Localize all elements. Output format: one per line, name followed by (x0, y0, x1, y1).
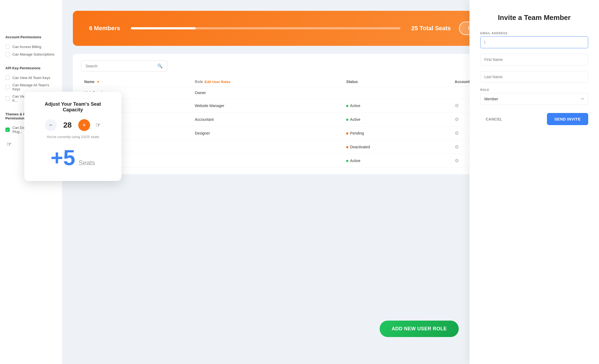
search-input[interactable] (86, 64, 155, 68)
banner-left: 6 Members 25 Total Seats (89, 25, 451, 32)
seat-count: 28 (62, 121, 73, 129)
email-input[interactable] (480, 36, 588, 48)
seat-popup: Adjust Your Team's Seat Capacity − 28 + … (24, 92, 121, 181)
search-bar: 🔍 (81, 60, 167, 71)
billing-checkbox[interactable] (5, 44, 10, 49)
add-number: 5 (63, 146, 75, 170)
gear-icon[interactable]: ⚙ (455, 131, 459, 136)
sidebar: Account Permissions Can Access Billing C… (0, 0, 62, 364)
view-team-keys-label: Can View All Team Keys (12, 76, 50, 80)
seat-info: You're currently using 23/25 seats (35, 135, 111, 139)
last-name-field-group (480, 71, 588, 83)
progress-fill (131, 27, 196, 29)
members-label: 6 Members (89, 25, 120, 32)
col-name: Name ▼ (81, 77, 192, 87)
last-name-input[interactable] (480, 71, 588, 83)
api-permissions-title: API Key Permissions (5, 66, 57, 70)
cell-role: Website Manager (192, 99, 343, 113)
subscriptions-checkbox[interactable] (5, 52, 10, 56)
first-name-field-group (480, 54, 588, 66)
invite-panel: Invite a Team Member EMAIL ADDRESS ROLE … (469, 0, 599, 364)
view-owner-key-checkbox[interactable] (5, 96, 10, 101)
increase-seat-button[interactable]: + (78, 119, 90, 131)
col-role: Role Edit User Roles (192, 77, 343, 87)
hand-cursor-icon: ☞ (6, 141, 12, 147)
decrease-seat-button[interactable]: − (45, 119, 57, 131)
status-dot (346, 119, 348, 121)
cell-status: Pending (343, 126, 451, 140)
seat-counter: − 28 + ☞ (35, 119, 111, 131)
role-field-group: ROLE Member Admin Owner (480, 88, 588, 105)
cursor-icon: ☞ (96, 122, 101, 129)
subscriptions-label: Can Manage Subscriptions (12, 52, 55, 56)
cell-role: Accountant (192, 113, 343, 126)
gear-icon[interactable]: ⚙ (455, 117, 459, 122)
cell-role: Designer (192, 126, 343, 140)
send-invite-button[interactable]: SEND INVITE (547, 113, 588, 125)
status-dot (346, 160, 348, 162)
email-field-group: EMAIL ADDRESS (480, 32, 588, 48)
sidebar-item-view-team-keys[interactable]: Can View All Team Keys (5, 74, 57, 81)
progress-bar (131, 27, 400, 29)
cell-role (192, 140, 343, 154)
add-new-user-role-button[interactable]: ADD NEW USER ROLE (380, 321, 459, 337)
search-icon: 🔍 (157, 63, 163, 68)
cell-status: Deactivated (343, 140, 451, 154)
status-dot (346, 146, 348, 148)
gear-icon[interactable]: ⚙ (455, 103, 459, 108)
add-prefix: + (50, 146, 63, 170)
cell-status (343, 87, 451, 99)
sidebar-item-billing[interactable]: Can Access Billing (5, 43, 57, 50)
gear-icon[interactable]: ⚙ (455, 144, 459, 150)
seat-add-display: +5 Seats (35, 145, 111, 170)
sort-icon[interactable]: ▼ (97, 80, 100, 84)
cancel-button[interactable]: CANCEL (480, 114, 508, 125)
cell-role: Owner (192, 87, 343, 99)
cell-status: Active (343, 154, 451, 168)
sidebar-item-manage-team-keys[interactable]: Can Manage All Team's Keys (5, 81, 57, 93)
role-label: ROLE (480, 88, 588, 91)
cell-role (192, 154, 343, 168)
col-status: Status (343, 77, 451, 87)
add-seats-label: Seats (79, 159, 95, 166)
manage-team-keys-label: Can Manage All Team's Keys (12, 83, 57, 91)
role-select[interactable]: Member Admin Owner (480, 93, 588, 105)
status-dot (346, 132, 348, 135)
billing-label: Can Access Billing (12, 45, 41, 49)
invite-panel-title: Invite a Team Member (480, 13, 588, 22)
seat-popup-title: Adjust Your Team's Seat Capacity (35, 101, 111, 113)
cell-status: Active (343, 113, 451, 126)
seats-label: 25 Total Seats (411, 25, 451, 32)
first-name-input[interactable] (480, 54, 588, 66)
download-themes-checkbox[interactable]: ✓ (5, 128, 10, 132)
sidebar-item-subscriptions[interactable]: Can Manage Subscriptions (5, 50, 57, 58)
view-team-keys-checkbox[interactable] (5, 75, 10, 80)
manage-team-keys-checkbox[interactable] (5, 85, 10, 89)
account-permissions-title: Account Permissions (5, 35, 57, 39)
gear-icon[interactable]: ⚙ (455, 158, 459, 163)
cell-status: Active (343, 99, 451, 113)
edit-user-roles-link[interactable]: Edit User Roles (205, 80, 230, 84)
invite-actions: CANCEL SEND INVITE (480, 113, 588, 125)
email-label: EMAIL ADDRESS (480, 32, 588, 35)
status-dot (346, 105, 348, 107)
